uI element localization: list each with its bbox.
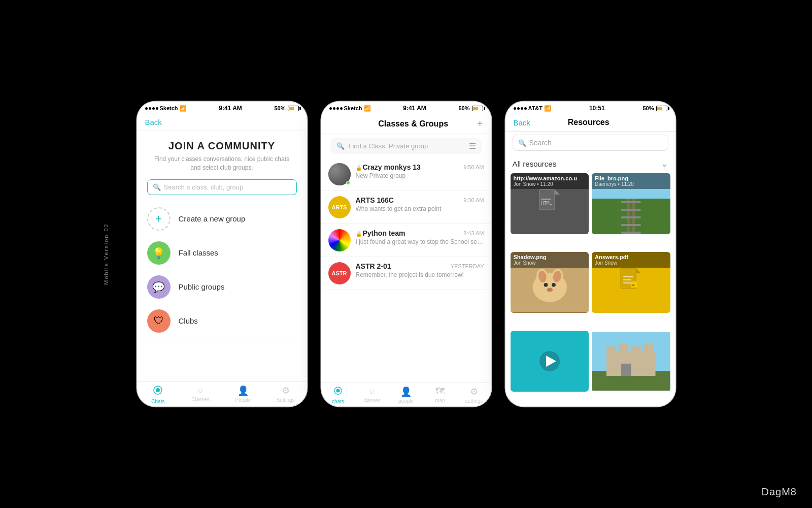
tab-people-2[interactable]: 👤 people xyxy=(389,386,423,404)
back-button-3[interactable]: Back xyxy=(514,118,530,127)
search-box-1[interactable]: 🔍 Search a class, club, group xyxy=(147,179,297,195)
castle-card-bg xyxy=(592,331,670,392)
people-icon-2: 👤 xyxy=(400,386,412,397)
online-dot-crazy-monkys xyxy=(346,181,350,185)
chat-name-python: 🔒Python team xyxy=(356,229,405,237)
nav-bar-2: Classes & Groups + xyxy=(321,114,491,134)
chat-name-arts: ARTS 166C xyxy=(356,196,394,204)
classes-icon-2: ○ xyxy=(369,386,375,397)
chat-item-arts[interactable]: ARTS ARTS 166C 9:30 AM Who wants to get … xyxy=(321,191,491,224)
back-button-1[interactable]: Back xyxy=(145,118,162,126)
chat-time-astr: YESTERDAY xyxy=(451,263,484,269)
tab-chats-1[interactable]: Chats xyxy=(137,385,180,404)
resource-card-castle[interactable] xyxy=(592,331,670,392)
add-group-button[interactable]: + xyxy=(477,118,483,130)
status-bar-2: Sketch 📶 9:41 AM 50% xyxy=(321,102,491,114)
dog-card-meta: Shadow.png Jon Snow xyxy=(511,252,589,268)
resource-card-pdf[interactable]: ≡ Answers.pdf Jon Snow xyxy=(592,252,670,313)
svg-rect-15 xyxy=(621,224,641,226)
fall-classes-icon: 💡 xyxy=(147,241,171,265)
avatar-python xyxy=(328,229,351,251)
clubs-item[interactable]: 🛡 Clubs xyxy=(137,304,307,338)
fall-classes-item[interactable]: 💡 Fall classes xyxy=(137,236,307,270)
status-bar-3: AT&T 📶 10:51 50% xyxy=(505,102,675,114)
create-group-icon: + xyxy=(147,207,171,231)
tab-map-2[interactable]: 🗺 map xyxy=(423,386,457,404)
resource-card-dog[interactable]: Shadow.png Jon Snow xyxy=(511,252,589,313)
chat-search-icon: 🔍 xyxy=(336,142,345,150)
chat-preview-arts: Who wants to get an extra point xyxy=(356,205,484,212)
svg-rect-16 xyxy=(621,232,641,234)
public-groups-item[interactable]: 💬 Public groups xyxy=(137,270,307,304)
tab-classes-1[interactable]: ○ Classes xyxy=(179,385,222,404)
avatar-arts: ARTS xyxy=(328,196,351,218)
chat-time-crazy-monkys: 9:50 AM xyxy=(463,164,484,170)
tab-classes-2[interactable]: ○ classes xyxy=(355,386,389,404)
lock-icon-crazy-monkys: 🔒 xyxy=(356,165,362,171)
people-tab-label-1: People xyxy=(235,397,251,403)
forest-owner: Daenerys • 11:20 xyxy=(595,181,667,187)
lock-icon-python: 🔒 xyxy=(356,231,362,237)
tab-chats-2[interactable]: chats xyxy=(321,386,355,404)
create-group-label: Create a new group xyxy=(179,214,246,223)
video-card-bg xyxy=(511,331,589,392)
wifi-icon-1: 📶 xyxy=(180,105,187,112)
classes-label-2: classes xyxy=(363,398,380,403)
resources-search-bar[interactable]: 🔍 Search xyxy=(513,135,668,151)
join-community-subtitle: Find your classes conversations, nice pu… xyxy=(149,155,295,172)
avatar-crazy-monkys xyxy=(328,163,351,185)
chats-label-2: chats xyxy=(332,399,344,404)
battery-percent-3: 50% xyxy=(642,105,654,111)
svg-rect-39 xyxy=(619,344,628,356)
svg-point-1 xyxy=(156,388,160,392)
create-group-item[interactable]: + Create a new group xyxy=(137,202,307,236)
svg-rect-41 xyxy=(643,344,653,356)
all-resources-bar[interactable]: All resources ⌄ xyxy=(505,155,675,173)
resources-grid: HTML http://www.amazon.co.u Jon Snow • 1… xyxy=(505,173,675,406)
svg-point-24 xyxy=(552,283,556,287)
chat-item-crazy-monkys[interactable]: 🔒Crazy monkys 13 9:50 AM New Private gro… xyxy=(321,158,491,191)
svg-text:≡: ≡ xyxy=(632,283,635,288)
hamburger-icon[interactable]: ☰ xyxy=(469,141,476,151)
svg-marker-5 xyxy=(555,189,560,195)
chat-time-arts: 9:30 AM xyxy=(463,197,484,203)
classes-tab-label-1: Classes xyxy=(191,397,210,402)
svg-rect-14 xyxy=(621,216,641,218)
resources-search-text: Search xyxy=(529,139,552,147)
resource-card-html[interactable]: HTML http://www.amazon.co.u Jon Snow • 1… xyxy=(511,173,589,234)
svg-rect-13 xyxy=(621,209,641,211)
dog-filename: Shadow.png xyxy=(514,254,586,260)
svg-rect-7 xyxy=(541,199,551,200)
settings-tab-icon-1: ⚙ xyxy=(282,385,290,396)
battery-percent-1: 50% xyxy=(274,105,285,111)
public-groups-icon: 💬 xyxy=(147,275,171,299)
chat-info-python: 🔒Python team 8:43 AM I just found a grea… xyxy=(356,229,484,251)
brand-label: DagM8 xyxy=(762,486,797,498)
chat-item-astr[interactable]: ASTR ASTR 2-01 YESTERDAY Remember, the p… xyxy=(321,257,491,290)
pdf-owner: Jon Snow xyxy=(595,260,667,266)
public-groups-label: Public groups xyxy=(179,282,225,291)
resources-search-icon: 🔍 xyxy=(518,139,526,147)
tab-settings-2[interactable]: ⚙ settings xyxy=(457,386,491,404)
resource-card-video[interactable] xyxy=(511,331,589,392)
resource-card-forest[interactable]: File_bro.png Daenerys • 11:20 xyxy=(592,173,670,234)
carrier-2: Sketch xyxy=(344,105,362,111)
chat-search-bar[interactable]: 🔍 Find a Class, Private group ☰ xyxy=(330,138,482,154)
carrier-3: AT&T xyxy=(528,105,543,111)
status-bar-1: Sketch 📶 9:41 AM 50% xyxy=(137,102,307,114)
all-resources-chevron[interactable]: ⌄ xyxy=(661,158,668,169)
chat-info-astr: ASTR 2-01 YESTERDAY Remember, the projec… xyxy=(356,262,484,284)
phone-3: AT&T 📶 10:51 50% Back Resources 🔍 Search xyxy=(505,102,675,406)
map-icon-2: 🗺 xyxy=(435,386,445,397)
tab-settings-1[interactable]: ⚙ Settings xyxy=(264,385,307,404)
people-tab-icon-1: 👤 xyxy=(238,385,249,396)
avatar-astr: ASTR xyxy=(328,262,351,284)
chat-item-python[interactable]: 🔒Python team 8:43 AM I just found a grea… xyxy=(321,224,491,257)
chat-list: 🔒Crazy monkys 13 9:50 AM New Private gro… xyxy=(321,158,491,383)
html-card-meta: http://www.amazon.co.u Jon Snow • 11:20 xyxy=(511,173,589,189)
tab-people-1[interactable]: 👤 People xyxy=(222,385,264,404)
carrier-1: Sketch xyxy=(160,105,178,111)
time-3: 10:51 xyxy=(589,105,605,112)
search-icon-1: 🔍 xyxy=(153,183,161,191)
svg-text:HTML: HTML xyxy=(541,201,552,206)
